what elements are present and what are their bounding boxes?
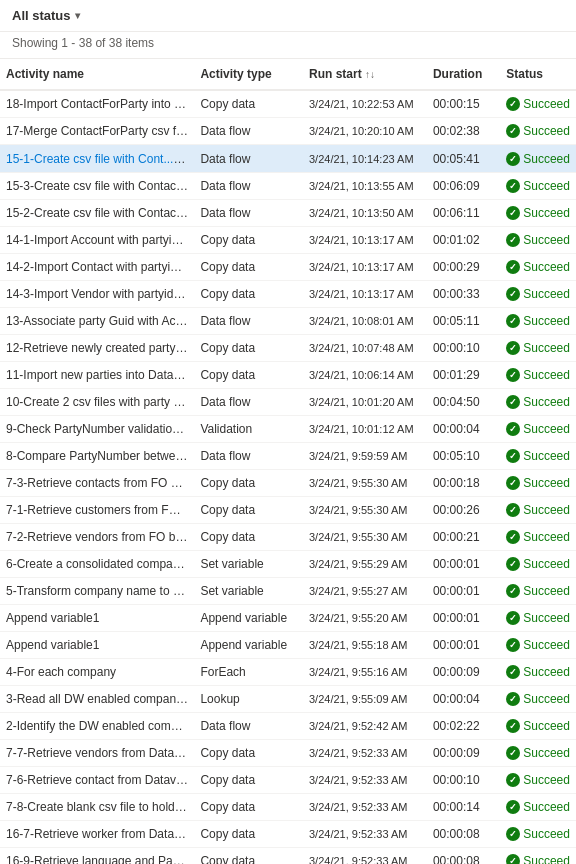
table-row: 2-Identify the DW enabled companiesData … xyxy=(0,713,576,740)
activity-type: Lookup xyxy=(194,686,303,713)
success-icon xyxy=(506,746,520,760)
duration: 00:00:01 xyxy=(427,632,500,659)
col-header-activity-type: Activity type xyxy=(194,59,303,90)
run-start: 3/24/21, 9:52:33 AM xyxy=(303,740,427,767)
output-icon[interactable]: 📄 xyxy=(191,151,194,166)
duration: 00:00:08 xyxy=(427,848,500,865)
duration: 00:00:08 xyxy=(427,821,500,848)
status-text: Succeed xyxy=(523,314,570,328)
activity-type: Data flow xyxy=(194,145,303,173)
run-start: 3/24/21, 9:52:33 AM xyxy=(303,821,427,848)
status-cell: Succeed xyxy=(500,578,576,605)
activity-type: Copy data xyxy=(194,470,303,497)
duration: 00:00:10 xyxy=(427,335,500,362)
table-row: 17-Merge ContactForParty csv files into … xyxy=(0,118,576,145)
activity-type: Data flow xyxy=(194,173,303,200)
activity-name: 14-2-Import Contact with partyid into Da… xyxy=(6,260,194,274)
duration: 00:00:09 xyxy=(427,740,500,767)
status-cell: Succeed xyxy=(500,281,576,308)
activity-type: Append variable xyxy=(194,605,303,632)
table-row: 14-2-Import Contact with partyid into Da… xyxy=(0,254,576,281)
table-row: 4-For each companyForEach3/24/21, 9:55:1… xyxy=(0,659,576,686)
table-row: Append variable1Append variable3/24/21, … xyxy=(0,605,576,632)
activity-name: 15-3-Create csv file with ContactForPart… xyxy=(6,179,194,193)
activity-name: 2-Identify the DW enabled companies xyxy=(6,719,194,733)
activity-name: 7-2-Retrieve vendors from FO based on co… xyxy=(6,530,194,544)
success-icon xyxy=(506,584,520,598)
status-dropdown[interactable]: All status ▾ xyxy=(12,8,80,23)
table-row: 15-1-Create csv file with Cont... ▶ 📄 ∞ … xyxy=(0,145,576,173)
status-cell: Succeed xyxy=(500,145,576,173)
status-text: Succeed xyxy=(523,152,570,166)
table-row: 18-Import ContactForParty into Dataverse… xyxy=(0,90,576,118)
table-row: 6-Create a consolidated company filterSe… xyxy=(0,551,576,578)
activity-name: 15-2-Create csv file with ContactForPart… xyxy=(6,206,194,220)
run-start: 3/24/21, 9:55:30 AM xyxy=(303,497,427,524)
duration: 00:00:09 xyxy=(427,659,500,686)
activity-name: 18-Import ContactForParty into Dataverse xyxy=(6,97,194,111)
status-text: Succeed xyxy=(523,530,570,544)
success-icon xyxy=(506,854,520,864)
status-text: Succeed xyxy=(523,584,570,598)
activity-type: Data flow xyxy=(194,443,303,470)
run-start: 3/24/21, 10:08:01 AM xyxy=(303,308,427,335)
run-start: 3/24/21, 10:01:20 AM xyxy=(303,389,427,416)
activity-type: Copy data xyxy=(194,335,303,362)
status-cell: Succeed xyxy=(500,227,576,254)
activity-name: 13-Associate party Guid with Account n C… xyxy=(6,314,194,328)
success-icon xyxy=(506,233,520,247)
activity-name: Append variable1 xyxy=(6,638,99,652)
run-start: 3/24/21, 10:13:55 AM xyxy=(303,173,427,200)
status-text: Succeed xyxy=(523,422,570,436)
status-text: Succeed xyxy=(523,206,570,220)
run-start: 3/24/21, 9:52:33 AM xyxy=(303,767,427,794)
col-header-run-start[interactable]: Run start ↑↓ xyxy=(303,59,427,90)
status-text: Succeed xyxy=(523,97,570,111)
run-start: 3/24/21, 9:55:09 AM xyxy=(303,686,427,713)
activity-type: Validation xyxy=(194,416,303,443)
status-cell: Succeed xyxy=(500,118,576,145)
activity-table-container: Activity name Activity type Run start ↑↓… xyxy=(0,59,576,864)
chevron-down-icon: ▾ xyxy=(75,10,80,21)
table-row: 3-Read all DW enabled companiesLookup3/2… xyxy=(0,686,576,713)
status-cell: Succeed xyxy=(500,740,576,767)
activity-name: 10-Create 2 csv files with party data - … xyxy=(6,395,194,409)
status-cell: Succeed xyxy=(500,713,576,740)
duration: 00:05:11 xyxy=(427,308,500,335)
success-icon xyxy=(506,341,520,355)
status-cell: Succeed xyxy=(500,605,576,632)
activity-type: Copy data xyxy=(194,794,303,821)
activity-name: 8-Compare PartyNumber between FO and Dat… xyxy=(6,449,194,463)
success-icon xyxy=(506,557,520,571)
run-start: 3/24/21, 9:55:18 AM xyxy=(303,632,427,659)
status-cell: Succeed xyxy=(500,794,576,821)
success-icon xyxy=(506,665,520,679)
status-cell: Succeed xyxy=(500,470,576,497)
table-row: 15-2-Create csv file with ContactForPart… xyxy=(0,200,576,227)
success-icon xyxy=(506,800,520,814)
activity-name: 9-Check PartyNumber validation results xyxy=(6,422,194,436)
activity-type: Data flow xyxy=(194,200,303,227)
run-start: 3/24/21, 10:13:17 AM xyxy=(303,254,427,281)
duration: 00:00:26 xyxy=(427,497,500,524)
activity-name: 5-Transform company name to DataAreaId xyxy=(6,584,194,598)
status-cell: Succeed xyxy=(500,335,576,362)
status-cell: Succeed xyxy=(500,848,576,865)
activity-type: Append variable xyxy=(194,632,303,659)
col-header-activity-name: Activity name xyxy=(0,59,194,90)
success-icon xyxy=(506,179,520,193)
duration: 00:04:50 xyxy=(427,389,500,416)
status-cell: Succeed xyxy=(500,821,576,848)
activity-name-link[interactable]: 15-1-Create csv file with Cont... xyxy=(6,152,185,166)
success-icon xyxy=(506,719,520,733)
duration: 00:00:10 xyxy=(427,767,500,794)
status-cell: Succeed xyxy=(500,497,576,524)
activity-name: 7-3-Retrieve contacts from FO based on c… xyxy=(6,476,194,490)
table-row: 9-Check PartyNumber validation resultsVa… xyxy=(0,416,576,443)
status-cell: Succeed xyxy=(500,632,576,659)
status-text: Succeed xyxy=(523,557,570,571)
duration: 00:00:04 xyxy=(427,686,500,713)
status-cell: Succeed xyxy=(500,767,576,794)
table-row: 10-Create 2 csv files with party data - … xyxy=(0,389,576,416)
success-icon xyxy=(506,260,520,274)
